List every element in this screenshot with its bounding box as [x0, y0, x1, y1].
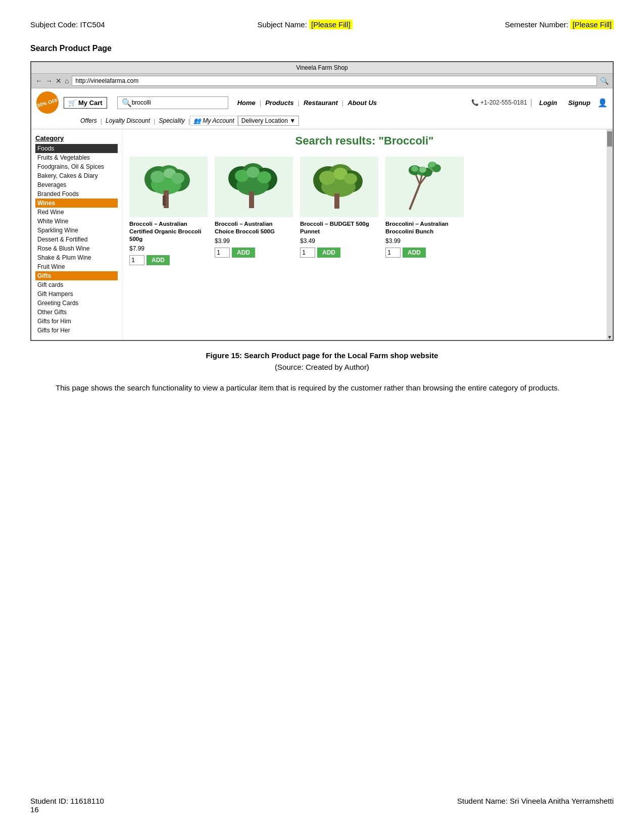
qty-input-3[interactable] — [300, 248, 315, 258]
product-name-2: Broccoli – Australian Choice Broccoli 50… — [215, 220, 293, 235]
svg-point-6 — [171, 173, 184, 184]
nav-signup[interactable]: Signup — [564, 98, 595, 108]
nav-top-right: 📞 +1-202-555-0181 | Login Signup 👤 — [471, 98, 608, 108]
browser-address-bar: ← → ✕ ⌂ http://vineelafarma.com 🔍 — [31, 74, 613, 88]
nav-home[interactable]: Home — [233, 98, 260, 108]
product-price-2: $3.99 — [215, 237, 293, 244]
scroll-thumb[interactable] — [607, 131, 612, 146]
product-name-1: Broccoli – Australian Certified Organic … — [129, 220, 208, 243]
svg-rect-24 — [334, 193, 339, 209]
subject-name-section: Subject Name: [Please Fill] — [257, 20, 352, 29]
nav-restaurant[interactable]: Restaurant — [300, 98, 342, 108]
nav-delivery-location[interactable]: Delivery Location ▼ — [238, 116, 299, 126]
sidebar-item-gifts-her[interactable]: Gifts for Her — [35, 326, 118, 335]
browser-mockup: Vineela Farm Shop ← → ✕ ⌂ http://vineela… — [30, 61, 614, 341]
add-button-3[interactable]: ADD — [317, 248, 340, 258]
svg-point-38 — [429, 162, 435, 167]
add-button-2[interactable]: ADD — [232, 248, 255, 258]
site-header: 30% OFF 🛒 My Cart 🔍 Home | Products | Re… — [31, 88, 613, 129]
qty-input-2[interactable] — [215, 248, 230, 258]
phone-icon: 📞 — [471, 99, 479, 106]
sidebar-item-fruit-wine[interactable]: Fruit Wine — [35, 262, 118, 271]
sidebar-item-white-wine[interactable]: White Wine — [35, 217, 118, 226]
nav-speciality[interactable]: Speciality — [156, 116, 188, 125]
browser-title-bar: Vineela Farm Shop — [31, 62, 613, 74]
product-name-3: Broccoli – BUDGET 500g Punnet — [300, 220, 378, 235]
product-price-1: $7.99 — [129, 245, 208, 252]
browser-search-icon[interactable]: 🔍 — [600, 77, 609, 85]
sidebar-item-gifts-him[interactable]: Gifts for Him — [35, 317, 118, 326]
product-price-3: $3.49 — [300, 237, 378, 244]
sidebar-item-other-gifts[interactable]: Other Gifts — [35, 308, 118, 317]
sidebar-item-gift-cards[interactable]: Gift cards — [35, 280, 118, 289]
browser-body: Category Foods Fruits & Vegetables Foodg… — [31, 129, 613, 340]
cart-button[interactable]: 🛒 My Cart — [64, 97, 107, 109]
sidebar-item-gifts[interactable]: Gifts — [35, 271, 118, 280]
search-icon: 🔍 — [122, 98, 132, 108]
product-card-1: Broccoli – Australian Certified Organic … — [129, 157, 208, 265]
qty-input-4[interactable] — [385, 248, 401, 258]
close-icon[interactable]: ✕ — [56, 77, 62, 85]
product-card-4: Broccolini – Australian Broccolini Bunch… — [385, 157, 464, 265]
sidebar-item-rose-wine[interactable]: Rose & Blush Wine — [35, 244, 118, 253]
sidebar-item-gift-hampers[interactable]: Gift Hampers — [35, 289, 118, 299]
subject-name-fill: [Please Fill] — [309, 20, 353, 29]
sidebar-item-beverages[interactable]: Beverages — [35, 180, 118, 189]
sidebar-item-bakery[interactable]: Bakery, Cakes & Diary — [35, 171, 118, 180]
search-input[interactable] — [132, 99, 224, 106]
qty-input-1[interactable] — [129, 255, 144, 265]
semester-section: Semester Number: [Please Fill] — [505, 20, 614, 29]
sidebar-item-dessert[interactable]: Dessert & Fortified — [35, 235, 118, 244]
cart-icon: 🛒 — [68, 99, 76, 107]
student-name: Student Name: Sri Vineela Anitha Yerrams… — [457, 797, 614, 814]
sidebar-item-red-wine[interactable]: Red Wine — [35, 208, 118, 217]
nav-links-top: Home | Products | Restaurant | About Us — [233, 98, 466, 108]
sidebar-item-shake-wine[interactable]: Shake & Plum Wine — [35, 253, 118, 262]
figure-caption: Figure 15: Search Product page for the L… — [30, 351, 614, 360]
sidebar-item-greeting-cards[interactable]: Greeting Cards — [35, 299, 118, 308]
product-image-4 — [385, 157, 464, 217]
product-add-row-4: ADD — [385, 248, 464, 258]
doc-header: Subject Code: ITC504 Subject Name: [Plea… — [30, 20, 614, 29]
sidebar-item-branded[interactable]: Branded Foods — [35, 189, 118, 199]
semester-fill: [Please Fill] — [570, 20, 614, 29]
category-title: Category — [35, 134, 118, 142]
site-nav-top: 30% OFF 🛒 My Cart 🔍 Home | Products | Re… — [36, 91, 608, 114]
sidebar-item-wines[interactable]: Wines — [35, 199, 118, 208]
product-card-3: Broccoli – BUDGET 500g Punnet $3.49 ADD — [300, 157, 378, 265]
browser-scrollbar[interactable]: ▼ — [607, 129, 613, 340]
product-name-4: Broccolini – Australian Broccolini Bunch — [385, 220, 464, 235]
products-grid: Broccoli – Australian Certified Organic … — [129, 157, 600, 265]
student-id: Student ID: 11618110 — [30, 797, 104, 805]
body-text: This page shows the search functionality… — [30, 381, 614, 395]
svg-line-25 — [410, 184, 420, 210]
sidebar-item-foodgrains[interactable]: Foodgrains, Oil & Spices — [35, 162, 118, 171]
forward-icon[interactable]: → — [45, 77, 53, 85]
sidebar-item-sparkling-wine[interactable]: Sparkling Wine — [35, 226, 118, 235]
nav-login[interactable]: Login — [535, 98, 561, 108]
page-number: 16 — [30, 805, 104, 814]
scroll-arrow-down-icon[interactable]: ▼ — [607, 334, 612, 340]
section-title: Search Product Page — [30, 44, 614, 53]
nav-my-account[interactable]: 👥 My Account — [190, 116, 238, 126]
nav-loyalty-discount[interactable]: Loyalty Discount — [102, 116, 154, 125]
add-button-4[interactable]: ADD — [403, 248, 426, 258]
svg-point-36 — [411, 166, 418, 172]
back-icon[interactable]: ← — [35, 77, 42, 85]
search-bar[interactable]: 🔍 — [117, 96, 228, 109]
add-button-1[interactable]: ADD — [146, 255, 170, 265]
product-add-row-2: ADD — [215, 248, 293, 258]
sidebar-item-foods[interactable]: Foods — [35, 144, 118, 153]
home-icon[interactable]: ⌂ — [65, 77, 69, 85]
nav-about-us[interactable]: About Us — [343, 98, 381, 108]
discount-badge: 30% OFF — [34, 89, 61, 116]
svg-point-21 — [319, 171, 335, 185]
nav-products[interactable]: Products — [261, 98, 298, 108]
nav-offers[interactable]: Offers — [77, 116, 101, 125]
product-image-3 — [300, 157, 378, 217]
footer-left: Student ID: 11618110 16 — [30, 797, 104, 814]
sidebar-item-fruits[interactable]: Fruits & Vegetables — [35, 153, 118, 162]
url-bar[interactable]: http://vineelafarma.com — [72, 76, 597, 86]
product-add-row-1: ADD — [129, 255, 208, 265]
product-price-4: $3.99 — [385, 237, 464, 244]
